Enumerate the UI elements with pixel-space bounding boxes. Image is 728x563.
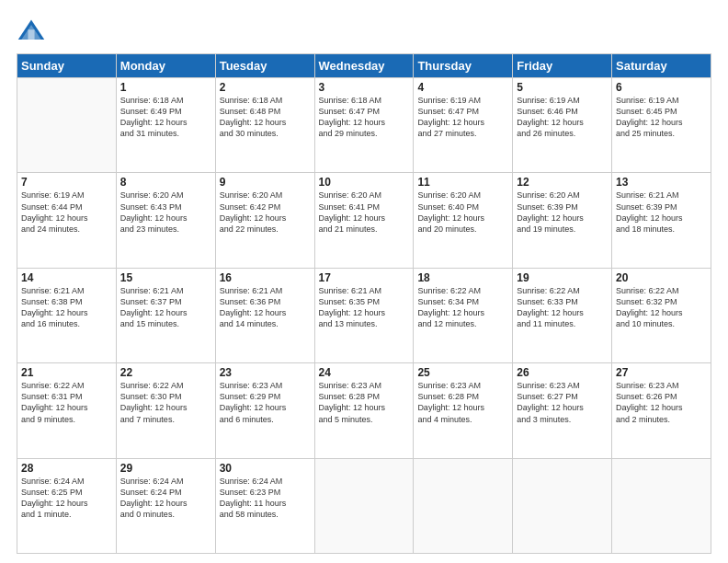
day-info: Sunrise: 6:23 AMSunset: 6:28 PMDaylight:… [319, 380, 410, 425]
day-info: Sunrise: 6:22 AMSunset: 6:31 PMDaylight:… [21, 380, 112, 425]
day-number: 25 [417, 366, 508, 379]
day-cell: 14Sunrise: 6:21 AMSunset: 6:38 PMDayligh… [17, 268, 117, 362]
day-cell: 25Sunrise: 6:23 AMSunset: 6:28 PMDayligh… [414, 363, 513, 458]
day-cell: 16Sunrise: 6:21 AMSunset: 6:36 PMDayligh… [215, 268, 314, 362]
day-info: Sunrise: 6:21 AMSunset: 6:36 PMDaylight:… [220, 285, 311, 330]
day-info: Sunrise: 6:20 AMSunset: 6:41 PMDaylight:… [319, 190, 410, 235]
day-number: 9 [220, 176, 311, 189]
day-info: Sunrise: 6:23 AMSunset: 6:27 PMDaylight:… [517, 380, 608, 425]
day-info: Sunrise: 6:20 AMSunset: 6:42 PMDaylight:… [220, 190, 311, 235]
day-info: Sunrise: 6:19 AMSunset: 6:45 PMDaylight:… [616, 95, 707, 140]
day-number: 29 [120, 462, 211, 475]
day-number: 12 [517, 176, 608, 189]
day-number: 18 [417, 271, 508, 284]
logo-icon [17, 17, 46, 46]
day-info: Sunrise: 6:21 AMSunset: 6:37 PMDaylight:… [120, 285, 211, 330]
day-number: 26 [517, 366, 608, 379]
day-info: Sunrise: 6:22 AMSunset: 6:30 PMDaylight:… [120, 380, 211, 425]
day-cell [314, 458, 414, 553]
day-info: Sunrise: 6:24 AMSunset: 6:23 PMDaylight:… [220, 476, 311, 521]
day-cell: 30Sunrise: 6:24 AMSunset: 6:23 PMDayligh… [215, 458, 314, 553]
day-number: 13 [616, 176, 707, 189]
day-cell: 17Sunrise: 6:21 AMSunset: 6:35 PMDayligh… [314, 268, 414, 362]
weekday-header-wednesday: Wednesday [314, 54, 414, 78]
day-cell: 10Sunrise: 6:20 AMSunset: 6:41 PMDayligh… [314, 173, 414, 268]
day-number: 21 [21, 366, 112, 379]
week-row-2: 7Sunrise: 6:19 AMSunset: 6:44 PMDaylight… [17, 173, 711, 268]
day-cell [513, 458, 612, 553]
day-info: Sunrise: 6:22 AMSunset: 6:33 PMDaylight:… [517, 285, 608, 330]
week-row-4: 21Sunrise: 6:22 AMSunset: 6:31 PMDayligh… [17, 363, 711, 458]
day-number: 11 [417, 176, 508, 189]
day-cell: 7Sunrise: 6:19 AMSunset: 6:44 PMDaylight… [17, 173, 117, 268]
day-info: Sunrise: 6:21 AMSunset: 6:35 PMDaylight:… [319, 285, 410, 330]
week-row-3: 14Sunrise: 6:21 AMSunset: 6:38 PMDayligh… [17, 268, 711, 362]
logo [17, 17, 50, 46]
day-info: Sunrise: 6:23 AMSunset: 6:29 PMDaylight:… [220, 380, 311, 425]
day-cell: 1Sunrise: 6:18 AMSunset: 6:49 PMDaylight… [116, 78, 215, 173]
day-cell: 21Sunrise: 6:22 AMSunset: 6:31 PMDayligh… [17, 363, 117, 458]
day-info: Sunrise: 6:22 AMSunset: 6:34 PMDaylight:… [417, 285, 508, 330]
day-cell [414, 458, 513, 553]
week-row-1: 1Sunrise: 6:18 AMSunset: 6:49 PMDaylight… [17, 78, 711, 173]
day-info: Sunrise: 6:19 AMSunset: 6:46 PMDaylight:… [517, 95, 608, 140]
week-row-5: 28Sunrise: 6:24 AMSunset: 6:25 PMDayligh… [17, 458, 711, 553]
day-info: Sunrise: 6:19 AMSunset: 6:44 PMDaylight:… [21, 190, 112, 235]
day-info: Sunrise: 6:21 AMSunset: 6:39 PMDaylight:… [616, 190, 707, 235]
day-number: 10 [319, 176, 410, 189]
day-cell: 5Sunrise: 6:19 AMSunset: 6:46 PMDaylight… [513, 78, 612, 173]
weekday-header-friday: Friday [513, 54, 612, 78]
day-cell [612, 458, 711, 553]
day-info: Sunrise: 6:19 AMSunset: 6:47 PMDaylight:… [417, 95, 508, 140]
day-cell: 22Sunrise: 6:22 AMSunset: 6:30 PMDayligh… [116, 363, 215, 458]
day-cell: 4Sunrise: 6:19 AMSunset: 6:47 PMDaylight… [414, 78, 513, 173]
day-cell: 18Sunrise: 6:22 AMSunset: 6:34 PMDayligh… [414, 268, 513, 362]
day-cell: 6Sunrise: 6:19 AMSunset: 6:45 PMDaylight… [612, 78, 711, 173]
day-cell: 23Sunrise: 6:23 AMSunset: 6:29 PMDayligh… [215, 363, 314, 458]
day-number: 20 [616, 271, 707, 284]
weekday-header-thursday: Thursday [414, 54, 513, 78]
day-info: Sunrise: 6:24 AMSunset: 6:25 PMDaylight:… [21, 476, 112, 521]
calendar: SundayMondayTuesdayWednesdayThursdayFrid… [17, 53, 711, 554]
day-info: Sunrise: 6:20 AMSunset: 6:40 PMDaylight:… [417, 190, 508, 235]
day-info: Sunrise: 6:24 AMSunset: 6:24 PMDaylight:… [120, 476, 211, 521]
day-number: 24 [319, 366, 410, 379]
weekday-header-monday: Monday [116, 54, 215, 78]
svg-rect-2 [28, 29, 34, 40]
day-number: 6 [616, 81, 707, 94]
day-cell: 29Sunrise: 6:24 AMSunset: 6:24 PMDayligh… [116, 458, 215, 553]
day-cell [17, 78, 117, 173]
page: SundayMondayTuesdayWednesdayThursdayFrid… [0, 0, 728, 563]
day-number: 27 [616, 366, 707, 379]
day-cell: 15Sunrise: 6:21 AMSunset: 6:37 PMDayligh… [116, 268, 215, 362]
day-info: Sunrise: 6:21 AMSunset: 6:38 PMDaylight:… [21, 285, 112, 330]
header [17, 17, 711, 46]
day-number: 19 [517, 271, 608, 284]
day-number: 3 [319, 81, 410, 94]
day-number: 4 [417, 81, 508, 94]
day-number: 16 [220, 271, 311, 284]
day-number: 30 [220, 462, 311, 475]
day-info: Sunrise: 6:23 AMSunset: 6:26 PMDaylight:… [616, 380, 707, 425]
day-number: 22 [120, 366, 211, 379]
day-number: 23 [220, 366, 311, 379]
day-info: Sunrise: 6:20 AMSunset: 6:39 PMDaylight:… [517, 190, 608, 235]
day-info: Sunrise: 6:18 AMSunset: 6:48 PMDaylight:… [220, 95, 311, 140]
day-cell: 11Sunrise: 6:20 AMSunset: 6:40 PMDayligh… [414, 173, 513, 268]
day-number: 5 [517, 81, 608, 94]
day-cell: 9Sunrise: 6:20 AMSunset: 6:42 PMDaylight… [215, 173, 314, 268]
day-cell: 3Sunrise: 6:18 AMSunset: 6:47 PMDaylight… [314, 78, 414, 173]
day-cell: 20Sunrise: 6:22 AMSunset: 6:32 PMDayligh… [612, 268, 711, 362]
weekday-header-row: SundayMondayTuesdayWednesdayThursdayFrid… [17, 54, 711, 78]
day-cell: 13Sunrise: 6:21 AMSunset: 6:39 PMDayligh… [612, 173, 711, 268]
day-cell: 26Sunrise: 6:23 AMSunset: 6:27 PMDayligh… [513, 363, 612, 458]
day-info: Sunrise: 6:23 AMSunset: 6:28 PMDaylight:… [417, 380, 508, 425]
day-cell: 28Sunrise: 6:24 AMSunset: 6:25 PMDayligh… [17, 458, 117, 553]
day-number: 1 [120, 81, 211, 94]
day-cell: 24Sunrise: 6:23 AMSunset: 6:28 PMDayligh… [314, 363, 414, 458]
day-info: Sunrise: 6:18 AMSunset: 6:49 PMDaylight:… [120, 95, 211, 140]
day-info: Sunrise: 6:22 AMSunset: 6:32 PMDaylight:… [616, 285, 707, 330]
day-number: 7 [21, 176, 112, 189]
day-number: 15 [120, 271, 211, 284]
weekday-header-sunday: Sunday [17, 54, 117, 78]
